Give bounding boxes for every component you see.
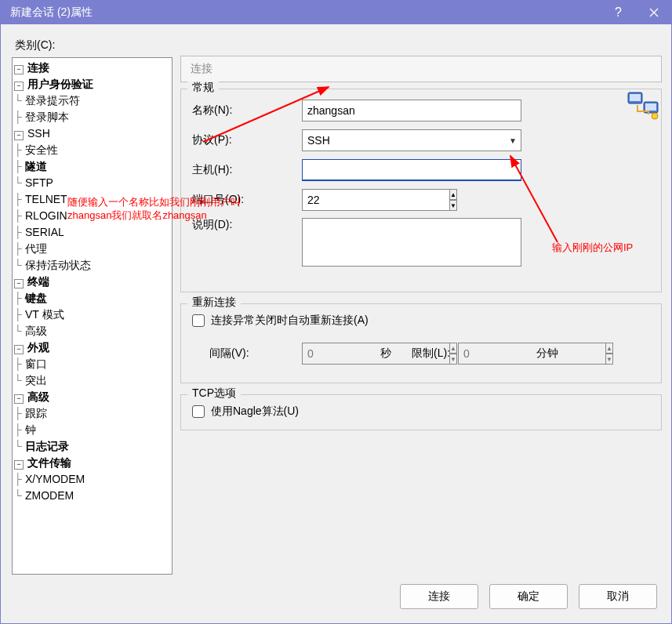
spin-up-icon[interactable]: ▲ (449, 189, 457, 200)
tree-connection[interactable]: 连接 (26, 61, 51, 74)
interval-unit: 秒 (380, 346, 391, 361)
titlebar: 新建会话 (2)属性 ? (1, 1, 671, 24)
tree-trace[interactable]: 跟踪 (24, 407, 49, 419)
port-input[interactable] (302, 189, 450, 211)
tree-toggle[interactable] (14, 131, 24, 140)
nagle-checkbox[interactable]: 使用Nagle算法(U) (192, 405, 650, 419)
close-icon (649, 8, 659, 17)
host-input[interactable] (302, 159, 521, 181)
tree-serial[interactable]: SERIAL (24, 226, 66, 238)
tree-highlight[interactable]: 突出 (24, 374, 49, 386)
dialog-footer: 连接 确定 取消 (12, 575, 662, 614)
tree-window[interactable]: 窗口 (24, 357, 49, 370)
group-tcp-title: TCP选项 (187, 386, 241, 401)
port-spinner[interactable]: ▲▼ (302, 189, 365, 211)
group-reconnect-title: 重新连接 (187, 296, 241, 310)
tree-sftp[interactable]: SFTP (24, 176, 55, 189)
checkbox-icon (192, 405, 205, 418)
tree-advanced-t[interactable]: 高级 (24, 325, 49, 337)
interval-label: 间隔(V): (192, 346, 302, 361)
close-button[interactable] (636, 1, 671, 24)
tree-ssh[interactable]: SSH (26, 127, 52, 140)
tree-zmodem[interactable]: ZMODEM (24, 489, 75, 502)
name-label: 名称(N): (192, 103, 302, 118)
tree-toggle[interactable] (14, 394, 24, 404)
group-general-title: 常规 (187, 81, 219, 95)
tree-toggle[interactable] (14, 345, 24, 354)
spin-up-icon[interactable]: ▲ (449, 343, 457, 354)
limit-input[interactable] (458, 343, 606, 365)
port-label: 端口号(O): (192, 193, 302, 207)
cancel-button[interactable]: 取消 (579, 584, 657, 609)
spin-up-icon[interactable]: ▲ (605, 343, 613, 354)
limit-label: 限制(L): (412, 346, 450, 361)
tree-logging[interactable]: 日志记录 (24, 440, 71, 452)
tree-rlogin[interactable]: RLOGIN (24, 209, 69, 222)
tree-vt-mode[interactable]: VT 模式 (24, 308, 66, 321)
tree-xymodem[interactable]: X/YMODEM (24, 473, 86, 485)
spin-down-icon[interactable]: ▼ (449, 200, 457, 211)
tree-toggle[interactable] (14, 460, 24, 470)
limit-unit: 分钟 (536, 346, 558, 361)
tree-user-auth[interactable]: 用户身份验证 (26, 78, 95, 90)
breadcrumb: 连接 (180, 56, 662, 82)
svg-point-4 (652, 113, 658, 119)
tree-telnet[interactable]: TELNET (24, 193, 69, 205)
tree-keyboard[interactable]: 键盘 (24, 292, 49, 304)
tree-login-script[interactable]: 登录脚本 (24, 111, 71, 123)
protocol-dropdown[interactable]: SSH ▼ (302, 129, 521, 151)
limit-spinner[interactable]: ▲▼ (458, 343, 529, 365)
tree-terminal[interactable]: 终端 (26, 275, 51, 288)
spin-down-icon[interactable]: ▼ (605, 354, 613, 365)
reconnect-label: 连接异常关闭时自动重新连接(A) (211, 314, 369, 328)
checkbox-icon (192, 314, 205, 327)
tree-toggle[interactable] (14, 65, 24, 74)
tree-proxy[interactable]: 代理 (24, 242, 49, 255)
tree-tunnel[interactable]: 隧道 (24, 160, 49, 172)
interval-spinner[interactable]: ▲▼ (302, 343, 372, 365)
tree-file-transfer[interactable]: 文件传输 (26, 456, 73, 469)
category-tree[interactable]: 连接 用户身份验证 └登录提示符 ├登录脚本 SSH (12, 57, 173, 575)
dialog-window: 新建会话 (2)属性 ? 类别(C): 连接 用户身份验证 └登录提示符 (0, 0, 672, 624)
help-button[interactable]: ? (601, 1, 636, 24)
spin-down-icon[interactable]: ▼ (449, 354, 457, 365)
tree-appearance[interactable]: 外观 (26, 341, 51, 354)
group-general: 常规 名称(N): (180, 89, 662, 292)
nagle-label: 使用Nagle算法(U) (211, 405, 299, 419)
tree-keepalive[interactable]: 保持活动状态 (24, 259, 93, 271)
ok-button[interactable]: 确定 (489, 584, 568, 609)
window-title: 新建会话 (2)属性 (10, 5, 601, 20)
tree-toggle[interactable] (14, 279, 24, 288)
host-label: 主机(H): (192, 163, 302, 177)
protocol-value: SSH (303, 134, 505, 147)
tree-advanced[interactable]: 高级 (26, 390, 51, 403)
tree-toggle[interactable] (14, 82, 24, 91)
group-reconnect: 重新连接 连接异常关闭时自动重新连接(A) 间隔(V): ▲▼ 秒 限制(L): (180, 303, 662, 383)
connect-button[interactable]: 连接 (400, 584, 478, 609)
reconnect-checkbox[interactable]: 连接异常关闭时自动重新连接(A) (192, 314, 650, 328)
chevron-down-icon: ▼ (505, 136, 521, 145)
group-tcp: TCP选项 使用Nagle算法(U) (180, 394, 662, 430)
category-label: 类别(C): (15, 38, 173, 53)
tree-security[interactable]: 安全性 (24, 143, 60, 156)
tree-bell[interactable]: 钟 (24, 423, 38, 436)
desc-label: 说明(D): (192, 218, 302, 232)
desc-textarea[interactable] (302, 218, 521, 267)
tree-login-prompt[interactable]: 登录提示符 (24, 94, 82, 107)
name-input[interactable] (302, 100, 521, 122)
protocol-label: 协议(P): (192, 133, 302, 147)
